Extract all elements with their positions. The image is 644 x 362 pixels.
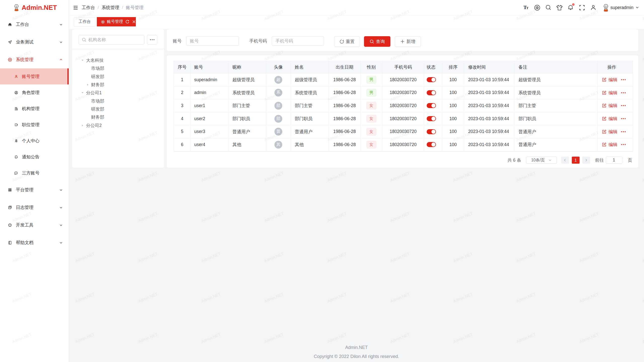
svg-text:T: T xyxy=(526,6,529,10)
